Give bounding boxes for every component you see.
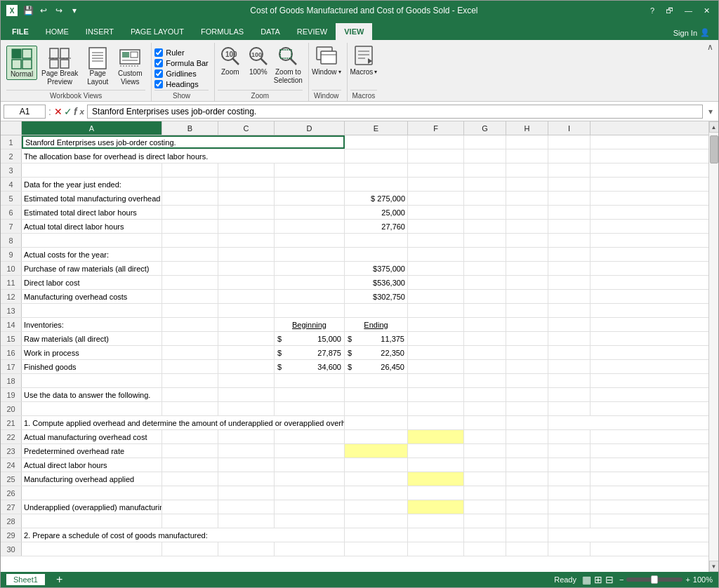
cell-H4[interactable] (506, 178, 548, 191)
cell-E15[interactable]: $11,375 (345, 332, 408, 345)
cell-F2[interactable] (408, 149, 464, 163)
cell-I9[interactable] (548, 248, 591, 261)
cell-I5[interactable] (548, 192, 591, 205)
col-header-F[interactable]: F (408, 121, 464, 135)
cell-H27[interactable] (506, 500, 548, 514)
cell-G3[interactable] (464, 163, 506, 177)
cell-I16[interactable] (548, 346, 591, 359)
cell-F23[interactable] (408, 444, 464, 457)
cell-I19[interactable] (548, 388, 591, 401)
cell-A19[interactable]: Use the data to answer the following. (22, 388, 162, 401)
cell-A10[interactable]: Purchase of raw materials (all direct) (22, 262, 162, 275)
cell-G25[interactable] (464, 472, 506, 486)
cell-B14[interactable] (162, 318, 218, 331)
save-button[interactable]: 💾 (22, 4, 34, 17)
cell-G2[interactable] (464, 149, 506, 163)
tab-view[interactable]: VIEW (336, 23, 372, 40)
cell-A7[interactable]: Actual total direct labor hours (22, 220, 162, 233)
cell-B13[interactable] (162, 304, 218, 317)
cell-D7[interactable] (275, 220, 345, 233)
gridlines-checkbox[interactable] (154, 69, 163, 78)
view-page-break-button[interactable]: Page Break Preview (39, 46, 81, 88)
cell-C15[interactable] (218, 332, 275, 345)
cell-F26[interactable] (408, 486, 464, 500)
cell-A21[interactable]: 1. Compute applied overhead and determin… (22, 416, 345, 429)
cell-H8[interactable] (506, 234, 548, 247)
cell-I3[interactable] (548, 163, 591, 177)
cell-reference-input[interactable] (4, 105, 46, 119)
cell-B18[interactable] (162, 374, 218, 387)
cell-E10[interactable]: $375,000 (345, 262, 408, 275)
cell-C4[interactable] (218, 178, 275, 191)
cell-F11[interactable] (408, 276, 464, 289)
cell-A4[interactable]: Data for the year just ended: (22, 178, 162, 191)
cell-H11[interactable] (506, 276, 548, 289)
cell-D24[interactable] (275, 458, 345, 472)
cell-G28[interactable] (464, 514, 506, 528)
cell-G20[interactable] (464, 402, 506, 415)
undo-button[interactable]: ↩ (37, 4, 50, 17)
cell-D22[interactable] (275, 430, 345, 443)
col-header-D[interactable]: D (275, 121, 345, 135)
cell-F21[interactable] (345, 416, 408, 429)
cell-H5[interactable] (506, 192, 548, 205)
cell-G15[interactable] (464, 332, 506, 345)
cell-H30[interactable] (506, 542, 548, 556)
cell-H2[interactable] (506, 149, 548, 163)
cell-F16[interactable] (408, 346, 464, 359)
cell-A3[interactable] (22, 163, 162, 177)
cell-I29[interactable] (506, 528, 548, 542)
cell-C6[interactable] (218, 206, 275, 219)
cell-F28[interactable] (408, 514, 464, 528)
cell-B26[interactable] (162, 486, 218, 500)
cell-G4[interactable] (464, 178, 506, 191)
formula-input[interactable]: Stanford Enterprises uses job-order cost… (87, 105, 703, 119)
cell-B15[interactable] (162, 332, 218, 345)
cell-H12[interactable] (506, 290, 548, 303)
zoom-in-button[interactable]: + (685, 575, 690, 584)
cell-C3[interactable] (218, 163, 275, 177)
zoom-100-button[interactable]: 100 100% (246, 46, 271, 76)
cell-A28[interactable] (22, 514, 162, 528)
collapse-ribbon-button[interactable]: ∧ (704, 41, 715, 53)
formula-cancel-icon[interactable]: ✕ (54, 106, 62, 117)
cell-G9[interactable] (464, 248, 506, 261)
cell-C11[interactable] (218, 276, 275, 289)
cell-G26[interactable] (464, 486, 506, 500)
cell-F15[interactable] (408, 332, 464, 345)
cell-D27[interactable] (275, 500, 345, 514)
cell-B10[interactable] (162, 262, 218, 275)
cell-I7[interactable] (548, 220, 591, 233)
cell-D17[interactable]: $34,600 (275, 360, 345, 373)
cell-C14[interactable] (218, 318, 275, 331)
formula-bar-dropdown[interactable]: ▾ (706, 107, 715, 116)
cell-F20[interactable] (408, 402, 464, 415)
cell-B8[interactable] (162, 234, 218, 247)
cell-B5[interactable] (162, 192, 218, 205)
cell-C24[interactable] (218, 458, 275, 472)
cell-I4[interactable] (548, 178, 591, 191)
cell-H19[interactable] (506, 388, 548, 401)
cell-I25[interactable] (548, 472, 591, 486)
formula-confirm-icon[interactable]: ✓ (64, 106, 72, 117)
cell-B7[interactable] (162, 220, 218, 233)
zoom-button[interactable]: 100 Zoom (218, 46, 243, 76)
cell-A26[interactable] (22, 486, 162, 500)
cell-B24[interactable] (162, 458, 218, 472)
cell-B11[interactable] (162, 276, 218, 289)
cell-G19[interactable] (464, 388, 506, 401)
cell-A15[interactable]: Raw materials (all direct) (22, 332, 162, 345)
cell-H9[interactable] (506, 248, 548, 261)
tab-file[interactable]: FILE (4, 23, 37, 40)
cell-A29[interactable]: 2. Prepare a schedule of cost of goods m… (22, 528, 345, 542)
cell-F4[interactable] (408, 178, 464, 191)
scroll-thumb[interactable] (710, 135, 718, 163)
col-header-C[interactable]: C (218, 121, 275, 135)
add-sheet-button[interactable]: + (56, 573, 62, 586)
cell-H3[interactable] (506, 163, 548, 177)
view-custom-views-button[interactable]: Custom Views (114, 46, 145, 88)
scroll-track[interactable] (709, 133, 719, 561)
cell-E14[interactable]: Ending (345, 318, 408, 331)
cell-E24[interactable] (345, 458, 408, 472)
cell-H26[interactable] (506, 486, 548, 500)
